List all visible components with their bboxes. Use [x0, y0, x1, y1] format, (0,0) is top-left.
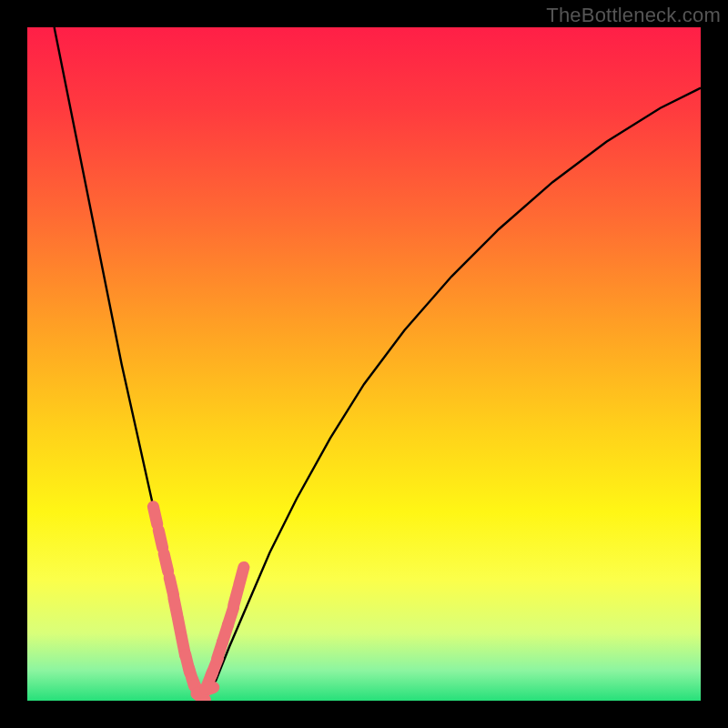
marker-capsule	[239, 567, 244, 584]
marker-capsule	[164, 554, 168, 571]
marker-capsule	[158, 531, 162, 548]
gradient-background	[27, 27, 701, 701]
chart-frame	[27, 27, 701, 701]
chart-svg	[27, 27, 701, 701]
watermark-text: TheBottleneck.com	[546, 4, 721, 27]
marker-capsule	[153, 507, 157, 524]
